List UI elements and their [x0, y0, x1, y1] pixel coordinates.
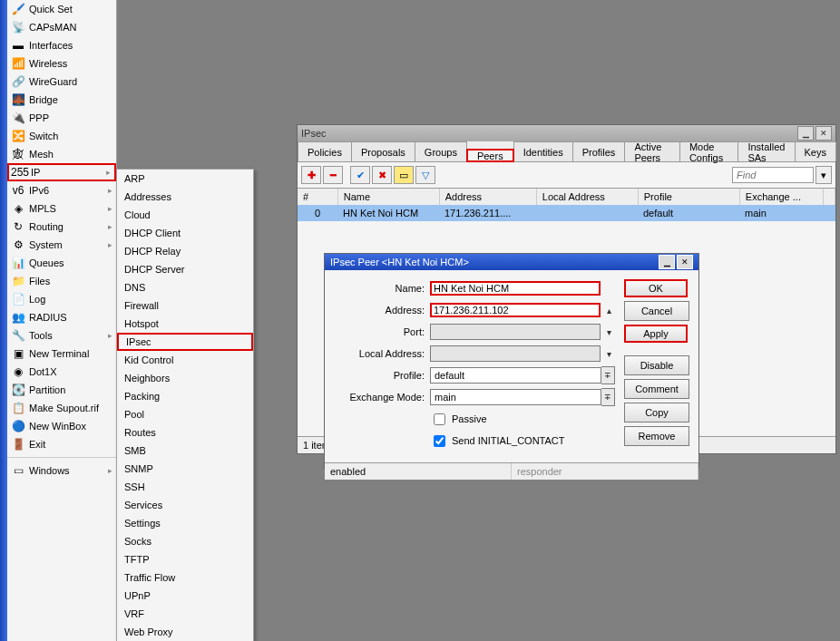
tab-active-peers[interactable]: Active Peers	[624, 141, 680, 161]
menu-item-make-supout.rif[interactable]: 📋Make Supout.rif	[7, 399, 116, 417]
minimize-icon[interactable]: ▁	[797, 126, 814, 141]
menu-item-wireless[interactable]: 📶Wireless	[7, 54, 116, 73]
menu-item-routing[interactable]: ↻Routing▸	[7, 218, 116, 236]
menu-item-ip[interactable]: 255IP▸	[7, 163, 116, 181]
submenu-item-services[interactable]: Services	[117, 496, 253, 514]
menu-item-interfaces[interactable]: ▬Interfaces	[7, 36, 116, 54]
submenu-item-cloud[interactable]: Cloud	[117, 206, 253, 224]
enable-button[interactable]: ✔	[350, 166, 370, 184]
submenu-item-dhcp-server[interactable]: DHCP Server	[117, 260, 253, 278]
menu-item-new-terminal[interactable]: ▣New Terminal	[7, 345, 116, 363]
minimize-icon[interactable]: ▁	[659, 255, 675, 269]
profile-select[interactable]	[430, 367, 601, 384]
tab-policies[interactable]: Policies	[298, 141, 352, 161]
col-exchange[interactable]: Exchange ...	[740, 189, 824, 205]
menu-item-ppp[interactable]: 🔌PPP	[7, 109, 116, 127]
submenu-item-tftp[interactable]: TFTP	[117, 550, 253, 568]
submenu-item-routes[interactable]: Routes	[117, 423, 253, 442]
close-icon[interactable]: ✕	[816, 126, 832, 141]
submenu-item-pool[interactable]: Pool	[117, 405, 253, 423]
tab-mode-configs[interactable]: Mode Configs	[679, 141, 738, 161]
submenu-item-traffic-flow[interactable]: Traffic Flow	[117, 568, 253, 587]
cancel-button[interactable]: Cancel	[624, 301, 689, 321]
menu-item-switch[interactable]: 🔀Switch	[7, 127, 116, 145]
tab-keys[interactable]: Keys	[795, 141, 836, 161]
submenu-item-firewall[interactable]: Firewall	[117, 296, 253, 315]
menu-item-files[interactable]: 📁Files	[7, 272, 116, 290]
submenu-item-neighbors[interactable]: Neighbors	[117, 369, 253, 387]
col-num[interactable]: #	[298, 189, 338, 205]
up-arrow-icon[interactable]: ▴	[602, 302, 615, 318]
submenu-item-web-proxy[interactable]: Web Proxy	[117, 623, 253, 641]
filter-button[interactable]: ▽	[415, 166, 435, 184]
submenu-item-smb[interactable]: SMB	[117, 442, 253, 460]
disable-button[interactable]: ✖	[372, 166, 392, 184]
menu-item-quick-set[interactable]: 🖌️Quick Set	[7, 0, 116, 18]
dialog-titlebar[interactable]: IPsec Peer <HN Ket Noi HCM> ▁ ✕	[325, 254, 698, 270]
menu-item-capsman[interactable]: 📡CAPsMAN	[7, 18, 116, 36]
tab-proposals[interactable]: Proposals	[351, 141, 415, 161]
menu-item-system[interactable]: ⚙System▸	[7, 236, 116, 254]
tab-peers[interactable]: Peers	[466, 149, 514, 162]
menu-item-mpls[interactable]: ◈MPLS▸	[7, 199, 116, 218]
down-arrow-icon[interactable]: ▾	[602, 345, 615, 362]
menu-item-radius[interactable]: 👥RADIUS	[7, 308, 116, 326]
comment-button[interactable]: Comment	[624, 379, 689, 399]
submenu-item-dns[interactable]: DNS	[117, 278, 253, 296]
submenu-item-hotspot[interactable]: Hotspot	[117, 315, 253, 333]
col-name[interactable]: Name	[338, 189, 440, 205]
tab-identities[interactable]: Identities	[513, 141, 573, 161]
menu-item-exit[interactable]: 🚪Exit	[7, 435, 116, 453]
table-row[interactable]: 0 HN Ket Noi HCM 171.236.211.... default…	[298, 205, 835, 221]
dropdown-icon[interactable]: ∓	[601, 388, 615, 406]
add-button[interactable]: ✚	[301, 166, 321, 184]
copy-button[interactable]: Copy	[624, 403, 689, 422]
tab-profiles[interactable]: Profiles	[572, 141, 626, 161]
ipsec-titlebar[interactable]: IPsec ▁ ✕	[298, 125, 835, 141]
submenu-item-packing[interactable]: Packing	[117, 387, 253, 405]
remove-button[interactable]: ━	[323, 166, 343, 184]
exchange-mode-select[interactable]	[430, 389, 601, 405]
dropdown-icon[interactable]: ∓	[601, 366, 615, 384]
submenu-item-ipsec[interactable]: IPsec	[117, 333, 253, 351]
port-input[interactable]	[430, 324, 601, 340]
apply-button[interactable]: Apply	[624, 325, 688, 343]
submenu-item-socks[interactable]: Socks	[117, 532, 253, 550]
menu-item-ipv6[interactable]: v6IPv6▸	[7, 181, 116, 199]
submenu-item-kid-control[interactable]: Kid Control	[117, 351, 253, 369]
col-address[interactable]: Address	[440, 189, 537, 205]
menu-item-windows[interactable]: ▭Windows▸	[7, 461, 116, 480]
col-local[interactable]: Local Address	[537, 189, 639, 205]
submenu-item-arp[interactable]: ARP	[117, 170, 253, 188]
submenu-item-upnp[interactable]: UPnP	[117, 587, 253, 605]
menu-item-wireguard[interactable]: 🔗WireGuard	[7, 73, 116, 91]
close-icon[interactable]: ✕	[677, 255, 693, 269]
tab-installed-sas[interactable]: Installed SAs	[737, 141, 795, 161]
tab-groups[interactable]: Groups	[415, 141, 467, 161]
submenu-item-vrf[interactable]: VRF	[117, 605, 253, 623]
submenu-item-dhcp-relay[interactable]: DHCP Relay	[117, 242, 253, 260]
menu-item-new-winbox[interactable]: 🔵New WinBox	[7, 417, 116, 435]
submenu-item-snmp[interactable]: SNMP	[117, 460, 253, 478]
col-profile[interactable]: Profile	[639, 189, 740, 205]
submenu-item-settings[interactable]: Settings	[117, 514, 253, 532]
menu-item-dot1x[interactable]: ◉Dot1X	[7, 363, 116, 381]
menu-item-partition[interactable]: 💽Partition	[7, 381, 116, 399]
submenu-item-dhcp-client[interactable]: DHCP Client	[117, 224, 253, 242]
ok-button[interactable]: OK	[624, 279, 688, 297]
local-address-input[interactable]	[430, 345, 601, 362]
name-input[interactable]	[430, 281, 601, 296]
menu-item-log[interactable]: 📄Log	[7, 290, 116, 308]
submenu-item-addresses[interactable]: Addresses	[117, 188, 253, 206]
menu-item-bridge[interactable]: 🌉Bridge	[7, 91, 116, 109]
down-arrow-icon[interactable]: ▾	[602, 324, 615, 340]
menu-item-tools[interactable]: 🔧Tools▸	[7, 326, 116, 345]
initial-contact-checkbox[interactable]	[434, 435, 445, 447]
disable-button[interactable]: Disable	[624, 355, 689, 375]
address-input[interactable]	[430, 303, 601, 317]
find-input[interactable]	[732, 167, 814, 183]
menu-item-queues[interactable]: 📊Queues	[7, 254, 116, 272]
columns-dropdown[interactable]: ▾	[816, 166, 832, 184]
submenu-item-ssh[interactable]: SSH	[117, 478, 253, 496]
passive-checkbox[interactable]	[434, 413, 445, 425]
